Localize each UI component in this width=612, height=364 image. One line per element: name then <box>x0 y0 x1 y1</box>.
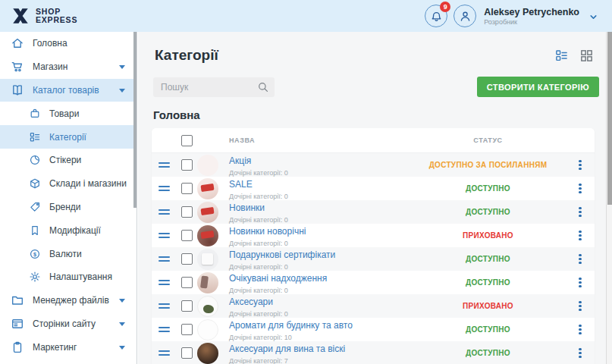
category-name-link[interactable]: Новинки новорічні <box>229 226 306 237</box>
catalog-icon <box>11 83 24 97</box>
row-menu-kebab-icon[interactable] <box>576 275 584 291</box>
user-menu-chevron-icon[interactable] <box>588 11 598 21</box>
category-status: ДОСТУПНО <box>410 184 566 193</box>
sidebar-item-file-manager[interactable]: Менеджер файлів <box>0 289 137 312</box>
row-checkbox[interactable] <box>181 206 193 218</box>
category-thumbnail <box>197 249 218 270</box>
products-icon <box>29 108 41 120</box>
row-drag-handle-icon[interactable] <box>158 162 170 168</box>
sidebar-item-label: Менеджер файлів <box>33 295 109 306</box>
sidebar-item-site-pages[interactable]: Сторінки сайту <box>0 312 137 336</box>
category-thumbnail <box>197 155 218 176</box>
category-children-count: Дочірні категорії: 0 <box>229 216 288 224</box>
row-menu-kebab-icon[interactable] <box>576 157 584 174</box>
category-status: ПРИХОВАНО <box>410 302 566 310</box>
select-all-checkbox[interactable] <box>181 135 193 146</box>
row-menu-kebab-icon[interactable] <box>576 251 584 268</box>
row-checkbox[interactable] <box>181 277 193 288</box>
category-name-link[interactable]: Подарункові сертифікати <box>229 249 335 260</box>
category-children-count: Дочірні категорії: 7 <box>229 357 345 364</box>
row-drag-handle-icon[interactable] <box>158 327 170 332</box>
category-name-link[interactable]: SALE <box>229 179 253 190</box>
row-menu-kebab-icon[interactable] <box>576 180 584 197</box>
category-name-link[interactable]: Новинки <box>229 202 265 213</box>
row-checkbox[interactable] <box>181 253 193 265</box>
main-content: Категорії СТВОРИТИ КАТЕГОРІЮ Головна <box>138 32 606 364</box>
row-menu-kebab-icon[interactable] <box>576 298 584 315</box>
sidebar-item-label: Каталог товарів <box>33 85 99 96</box>
user-name: Aleksey Petrychenko <box>484 7 579 17</box>
row-checkbox[interactable] <box>181 347 193 359</box>
sidebar-item-warehouses[interactable]: Склади і магазини <box>0 172 137 196</box>
warehouses-icon <box>29 177 41 190</box>
category-status: ДОСТУПНО <box>410 349 566 357</box>
create-category-button[interactable]: СТВОРИТИ КАТЕГОРІЮ <box>477 77 599 97</box>
user-role: Розробник <box>484 18 579 26</box>
category-thumbnail <box>197 319 218 340</box>
row-checkbox[interactable] <box>181 183 193 194</box>
sidebar-item-products[interactable]: Товари <box>0 102 137 125</box>
row-menu-kebab-icon[interactable] <box>576 345 584 362</box>
search-box <box>153 77 275 97</box>
sidebar-item-currencies[interactable]: $Валюти <box>0 242 137 265</box>
window-scrollbar-thumb[interactable] <box>607 32 612 205</box>
app-window: SHOP EXPRESS 9 Aleksey Petrychenko Розро… <box>0 0 612 364</box>
row-checkbox[interactable] <box>181 230 193 241</box>
chevron-down-icon <box>119 322 125 326</box>
sidebar-item-categories[interactable]: Категорії <box>0 125 137 149</box>
grid-view-icon[interactable] <box>579 49 594 63</box>
search-input[interactable] <box>153 77 275 97</box>
row-drag-handle-icon[interactable] <box>158 186 170 191</box>
categories-icon <box>29 131 41 143</box>
sidebar-item-shop[interactable]: Магазин <box>0 55 137 79</box>
window-scrollbar[interactable] <box>606 32 612 364</box>
category-children-count: Дочірні категорії: 0 <box>229 193 288 200</box>
category-name-link[interactable]: Аксесуари для вина та віскі <box>229 344 345 354</box>
row-drag-handle-icon[interactable] <box>158 303 170 309</box>
category-children-count: Дочірні категорії: 0 <box>229 287 327 294</box>
logo-x-icon <box>11 6 30 26</box>
sidebar-item-home[interactable]: Головна <box>0 32 137 55</box>
category-name-link[interactable]: Аксесуари <box>229 297 273 307</box>
sidebar-item-brands[interactable]: Бренди <box>0 196 137 219</box>
currencies-icon: $ <box>29 248 41 260</box>
row-menu-kebab-icon[interactable] <box>576 204 584 221</box>
sidebar-item-label: Склади і магазини <box>49 178 127 189</box>
row-menu-kebab-icon[interactable] <box>576 228 584 244</box>
row-drag-handle-icon[interactable] <box>158 256 170 262</box>
row-menu-kebab-icon[interactable] <box>576 322 584 338</box>
row-drag-handle-icon[interactable] <box>158 233 170 238</box>
sidebar-item-stickers[interactable]: Стікери <box>0 149 137 172</box>
sidebar-item-label: Магазин <box>33 61 67 72</box>
category-thumbnail <box>197 202 218 223</box>
row-drag-handle-icon[interactable] <box>158 350 170 356</box>
table-row: SALEДочірні категорії: 0ДОСТУПНО <box>152 177 595 200</box>
user-avatar[interactable] <box>454 5 476 27</box>
category-name-link[interactable]: Акція <box>229 155 251 166</box>
row-checkbox[interactable] <box>181 300 193 312</box>
sidebar-item-catalog[interactable]: Каталог товарів <box>0 79 137 102</box>
row-drag-handle-icon[interactable] <box>158 209 170 215</box>
notifications-button[interactable]: 9 <box>425 5 447 27</box>
list-view-icon[interactable] <box>554 49 569 63</box>
category-name-link[interactable]: Аромати для будинку та авто <box>229 320 353 331</box>
column-header-name: НАЗВА <box>229 136 255 144</box>
category-name-link[interactable]: Очікувані надходження <box>229 273 327 284</box>
sidebar-item-marketing[interactable]: Маркетинг <box>0 335 137 359</box>
sidebar-item-label: Стікери <box>49 155 81 165</box>
notification-badge: 9 <box>440 2 450 12</box>
table-row: Аромати для будинку та автоДочірні катег… <box>152 318 595 341</box>
sidebar-item-modifications[interactable]: Модифікації <box>0 218 137 242</box>
category-children-count: Дочірні категорії: 0 <box>229 169 288 177</box>
sidebar-item-label: Товари <box>49 108 79 119</box>
category-thumbnail <box>197 296 218 317</box>
row-checkbox[interactable] <box>181 324 193 335</box>
row-drag-handle-icon[interactable] <box>158 280 170 285</box>
row-checkbox[interactable] <box>181 159 193 171</box>
category-thumbnail <box>197 178 218 199</box>
user-menu[interactable]: Aleksey Petrychenko Розробник <box>484 7 579 26</box>
sidebar-scrollbar[interactable] <box>133 32 137 208</box>
shop-express-logo[interactable]: SHOP EXPRESS <box>11 6 77 26</box>
sidebar-item-settings[interactable]: Налаштування <box>0 265 137 289</box>
category-thumbnail <box>197 272 218 293</box>
